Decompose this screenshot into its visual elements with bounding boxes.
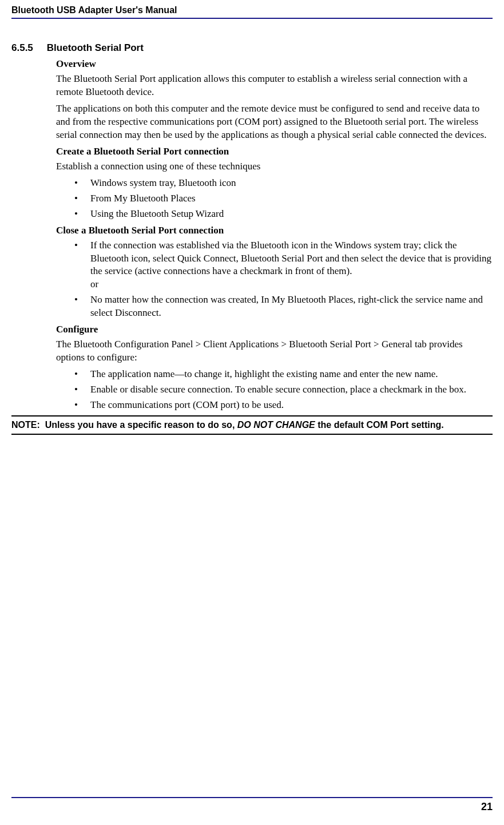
note-prefix: Unless you have a specific reason to do …	[45, 420, 237, 430]
list-item: The application name—to change it, highl…	[74, 368, 493, 381]
list-item: Windows system tray, Bluetooth icon	[74, 177, 493, 190]
create-intro: Establish a connection using one of thes…	[56, 160, 493, 173]
document-header: Bluetooth USB Adapter User's Manual	[11, 0, 493, 19]
note-emphasis: DO NOT CHANGE	[237, 420, 315, 430]
overview-paragraph-1: The Bluetooth Serial Port application al…	[56, 73, 493, 99]
document-footer: 21	[11, 797, 493, 814]
header-title: Bluetooth USB Adapter User's Manual	[11, 5, 177, 15]
note-suffix: the default COM Port setting.	[315, 420, 444, 430]
configure-list: The application name—to change it, highl…	[74, 368, 493, 412]
configure-intro: The Bluetooth Configuration Panel > Clie…	[56, 338, 493, 364]
section-heading: 6.5.5Bluetooth Serial Port	[11, 42, 493, 54]
close-heading: Close a Bluetooth Serial Port connection	[56, 224, 493, 237]
list-item: Using the Bluetooth Setup Wizard	[74, 208, 493, 221]
close-list: If the connection was established via th…	[74, 239, 493, 320]
note-content: NOTE: Unless you have a specific reason …	[11, 419, 493, 431]
page-number: 21	[481, 801, 493, 812]
section-title: Bluetooth Serial Port	[47, 42, 144, 53]
create-list: Windows system tray, Bluetooth icon From…	[74, 177, 493, 221]
list-item: From My Bluetooth Places	[74, 192, 493, 205]
list-item: Enable or disable secure connection. To …	[74, 383, 493, 396]
overview-paragraph-2: The applications on both this computer a…	[56, 102, 493, 142]
list-item: The communications port (COM port) to be…	[74, 399, 493, 412]
list-item: If the connection was established via th…	[74, 239, 493, 292]
note-label: NOTE:	[11, 420, 40, 430]
list-item: No matter how the connection was created…	[74, 293, 493, 320]
configure-heading: Configure	[56, 323, 493, 336]
content-block: Overview The Bluetooth Serial Port appli…	[56, 58, 493, 412]
section-number: 6.5.5	[11, 42, 33, 54]
overview-heading: Overview	[56, 58, 493, 70]
create-heading: Create a Bluetooth Serial Port connectio…	[56, 145, 493, 158]
note-section: NOTE: Unless you have a specific reason …	[11, 415, 493, 435]
